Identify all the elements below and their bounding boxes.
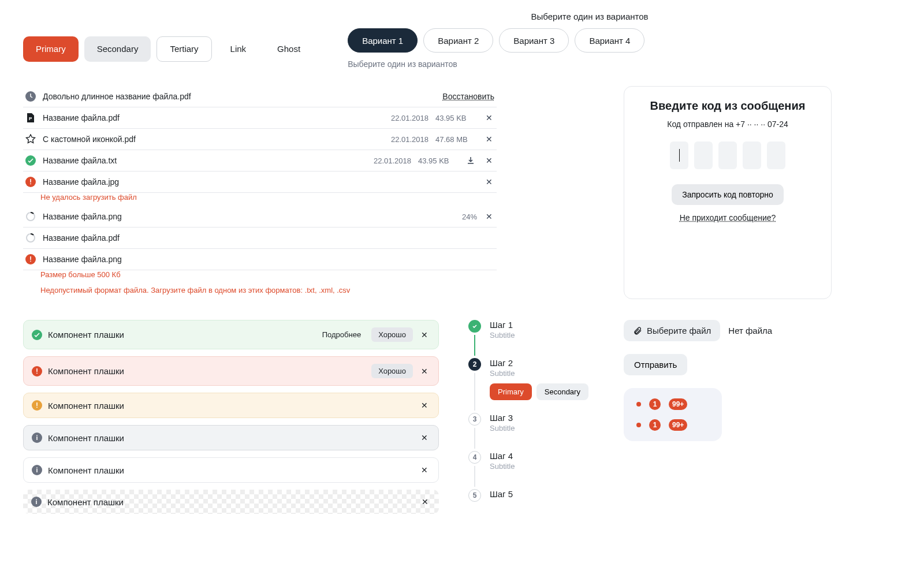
dot-badge [636, 402, 641, 407]
close-icon[interactable]: ✕ [484, 156, 494, 165]
svg-rect-22 [36, 469, 38, 472]
alert-text: Компонент плашки [48, 401, 413, 411]
svg-rect-9 [30, 256, 31, 260]
file-date: 22.01.2018 [383, 135, 429, 144]
step-subtitle: Subtitle [490, 462, 515, 471]
ghost-button[interactable]: Ghost [264, 36, 313, 62]
dot-badge [636, 423, 641, 427]
upload-caption: Нет файла [728, 326, 772, 335]
file-name: Название файла.png [43, 255, 494, 264]
primary-button[interactable]: Primary [23, 36, 79, 62]
restore-link[interactable]: Восстановить [442, 92, 494, 101]
step-indicator: 4 [468, 451, 481, 464]
code-digit-5[interactable] [767, 141, 785, 169]
info-circle-icon [32, 465, 42, 475]
alert-ok-button[interactable]: Хорошо [371, 327, 413, 342]
button-variants: Primary Secondary Tertiary Link Ghost [23, 29, 313, 69]
file-date: 22.01.2018 [383, 114, 429, 122]
spin-icon [25, 211, 36, 222]
code-sent-to: Код отправлен на +7 ·· ·· ·· 07-24 [638, 120, 817, 129]
alert-ok-button[interactable]: Хорошо [371, 364, 413, 378]
step-title: Шаг 5 [490, 489, 513, 499]
alert-text: Компонент плашки [48, 366, 366, 376]
choose-file-button[interactable]: Выберите файл [624, 320, 720, 341]
svg-rect-19 [36, 437, 38, 440]
file-row: Название файла.png [23, 249, 497, 270]
check-circle-icon [32, 330, 42, 340]
alert-plain: Компонент плашки ✕ [23, 457, 439, 483]
file-size: 47.68 MB [435, 135, 477, 144]
file-size: 43.95 KB [435, 114, 477, 122]
link-button[interactable]: Link [218, 36, 259, 62]
file-list: Довольно длинное название файла.pdfВосст… [23, 86, 497, 299]
close-icon[interactable]: ✕ [484, 135, 494, 144]
step-title: Шаг 4 [490, 451, 515, 461]
file-error: Не удалось загрузить файл [23, 193, 497, 206]
info-circle-icon [32, 432, 42, 443]
code-digit-2[interactable] [694, 141, 713, 169]
alert-text: Компонент плашки [48, 330, 312, 340]
file-row: Название файла.jpg✕ [23, 171, 497, 193]
file-row: Название файла.txt22.01.201843.95 KB✕ [23, 150, 497, 171]
step-title: Шаг 3 [490, 413, 515, 423]
step-title: Шаг 1 [490, 320, 515, 330]
file-row: PНазвание файла.pdf22.01.201843.95 KB✕ [23, 107, 497, 129]
file-upload: Выберите файл Нет файла [624, 320, 785, 341]
svg-rect-14 [36, 372, 38, 374]
send-button[interactable]: Отправить [624, 354, 687, 375]
spin-icon [25, 233, 36, 243]
file-progress: 24% [462, 212, 477, 221]
step-subtitle: Subtitle [490, 369, 588, 378]
code-digit-1[interactable] [670, 141, 688, 169]
secondary-button[interactable]: Secondary [84, 36, 151, 62]
tertiary-button[interactable]: Tertiary [157, 36, 211, 62]
file-name: Название файла.jpg [43, 177, 477, 187]
count-badge: 1 [649, 419, 661, 431]
code-digit-3[interactable] [718, 141, 737, 169]
code-help-link[interactable]: Не приходит сообщение? [680, 213, 776, 222]
file-row: Довольно длинное название файла.pdfВосст… [23, 86, 497, 107]
code-inputs [638, 141, 817, 169]
code-digit-4[interactable] [743, 141, 761, 169]
resend-code-button[interactable]: Запросить код повторно [672, 184, 783, 205]
close-icon[interactable]: ✕ [419, 330, 430, 340]
file-name: С кастомной иконкой.pdf [43, 135, 377, 144]
svg-rect-4 [30, 179, 31, 182]
close-icon[interactable]: ✕ [419, 433, 430, 442]
step-indicator [468, 320, 481, 333]
close-icon[interactable]: ✕ [419, 401, 430, 410]
chip-variant-4[interactable]: Вариант 4 [575, 28, 644, 53]
close-icon[interactable]: ✕ [484, 113, 494, 122]
paperclip-icon [633, 326, 642, 335]
alert-more-link[interactable]: Подробнее [318, 328, 366, 341]
alerts-column: Компонент плашки Подробнее Хорошо ✕ Комп… [23, 320, 439, 514]
step-indicator: 2 [468, 358, 481, 371]
close-icon[interactable]: ✕ [484, 177, 494, 187]
chip-variant-1[interactable]: Вариант 1 [348, 28, 418, 53]
chip-variant-3[interactable]: Вариант 3 [499, 28, 569, 53]
chooser-caption: Выберите один из вариантов [348, 59, 832, 69]
svg-rect-10 [30, 261, 31, 262]
step: 2Шаг 2SubtitlePrimarySecondary [468, 358, 595, 413]
count-badge: 99+ [669, 398, 687, 410]
svg-rect-16 [36, 402, 38, 406]
close-icon[interactable]: ✕ [419, 465, 430, 475]
alert-text: Компонент плашки [48, 465, 413, 475]
close-icon[interactable]: ✕ [419, 497, 431, 506]
close-icon[interactable]: ✕ [419, 367, 430, 376]
alert-success: Компонент плашки Подробнее Хорошо ✕ [23, 320, 439, 349]
chip-variant-2[interactable]: Вариант 2 [423, 28, 493, 53]
svg-rect-26 [36, 499, 37, 501]
svg-rect-5 [30, 184, 31, 185]
alert-neutral: Компонент плашки ✕ [23, 425, 439, 450]
step-subtitle: Subtitle [490, 331, 515, 340]
download-icon[interactable] [467, 156, 477, 165]
star-icon [25, 134, 36, 144]
count-badge: 1 [649, 398, 661, 410]
close-icon[interactable]: ✕ [484, 212, 494, 221]
step-secondary-button[interactable]: Secondary [536, 383, 588, 400]
file-size: 43.95 KB [418, 156, 460, 165]
svg-text:P: P [29, 116, 32, 121]
step-primary-button[interactable]: Primary [490, 383, 532, 400]
file-name: Название файла.txt [43, 156, 359, 165]
